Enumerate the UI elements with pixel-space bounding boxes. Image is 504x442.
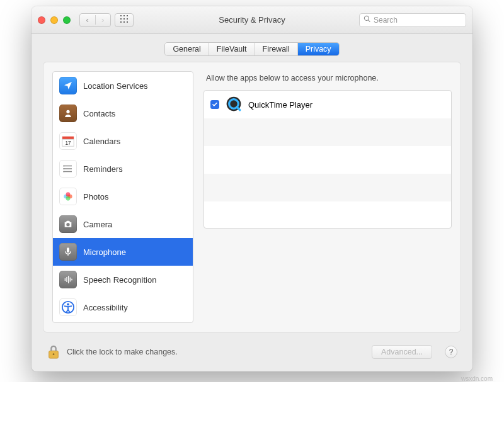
sidebar-item-label: Reminders (83, 164, 123, 174)
svg-point-21 (66, 196, 71, 201)
app-row-empty (204, 174, 451, 201)
svg-point-17 (63, 171, 64, 172)
quicktime-icon (226, 96, 242, 114)
sidebar-item-label: Calendars (83, 137, 120, 146)
close-button[interactable] (38, 16, 45, 24)
svg-rect-25 (68, 276, 69, 283)
footer: Click the lock to make changes. Advanced… (32, 341, 472, 371)
help-button[interactable]: ? (445, 346, 457, 358)
back-button[interactable]: ‹ (80, 15, 95, 25)
svg-rect-0 (120, 15, 122, 16)
svg-rect-6 (120, 21, 122, 23)
svg-rect-3 (120, 18, 122, 20)
tabs-segmented: General FileVault Firewall Privacy (165, 43, 338, 55)
sidebar-item-label: Location Services (83, 81, 148, 91)
window-controls (38, 16, 71, 24)
chevron-left-icon: ‹ (86, 15, 89, 25)
tab-privacy[interactable]: Privacy (298, 43, 339, 55)
watermark: wsxdn.com (461, 375, 493, 382)
preferences-window: ‹ › Security & Privacy Search General Fi… (32, 6, 472, 371)
zoom-button[interactable] (63, 16, 71, 24)
titlebar: ‹ › Security & Privacy Search (32, 6, 472, 34)
privacy-panel: Location Services Contacts 17 Calendars … (43, 62, 461, 332)
app-row-empty (204, 146, 451, 174)
svg-text:17: 17 (65, 140, 71, 146)
microphone-icon (59, 243, 77, 261)
svg-rect-7 (123, 21, 125, 23)
show-all-button[interactable] (115, 13, 134, 27)
sidebar-item-camera[interactable]: Camera (53, 210, 193, 238)
app-name: QuickTime Player (248, 100, 312, 110)
check-icon (212, 101, 218, 108)
search-placeholder: Search (374, 16, 398, 25)
sidebar-item-accessibility[interactable]: Accessibility (53, 293, 193, 321)
svg-rect-26 (70, 278, 71, 282)
svg-point-29 (67, 303, 69, 306)
sidebar-item-calendars[interactable]: 17 Calendars (53, 127, 193, 155)
sidebar-item-location-services[interactable]: Location Services (53, 72, 193, 99)
svg-rect-4 (123, 18, 125, 20)
sidebar-item-microphone[interactable]: Microphone (53, 238, 193, 266)
svg-point-22 (66, 192, 71, 196)
reminders-icon (59, 160, 77, 178)
sidebar-item-label: Accessibility (83, 303, 128, 312)
advanced-button[interactable]: Advanced... (372, 345, 432, 359)
app-row-empty (204, 118, 451, 146)
sidebar-item-label: Speech Recognition (83, 275, 156, 285)
app-row-empty (204, 201, 451, 229)
sidebar-item-label: Contacts (83, 109, 115, 118)
nav-back-forward[interactable]: ‹ › (79, 13, 111, 27)
sidebar-item-reminders[interactable]: Reminders (53, 155, 193, 183)
forward-button[interactable]: › (95, 15, 111, 25)
camera-icon (59, 215, 77, 233)
svg-point-15 (63, 165, 64, 166)
app-list: QuickTime Player (203, 90, 452, 229)
app-checkbox[interactable] (210, 100, 219, 109)
tab-filevault[interactable]: FileVault (209, 43, 255, 55)
sidebar-item-label: Camera (83, 220, 112, 229)
sidebar-item-contacts[interactable]: Contacts (53, 99, 193, 127)
svg-rect-2 (127, 15, 128, 16)
content-header: Allow the apps below to access your micr… (203, 71, 452, 90)
calendar-icon: 17 (59, 132, 77, 150)
search-icon (364, 15, 371, 25)
svg-rect-1 (123, 15, 125, 16)
sidebar-item-label: Photos (83, 192, 108, 201)
sidebar-item-label: Microphone (83, 247, 126, 257)
lock-icon[interactable] (47, 344, 60, 360)
svg-rect-27 (71, 279, 72, 281)
minimize-button[interactable] (50, 16, 58, 24)
lock-message: Click the lock to make changes. (67, 348, 178, 356)
grid-icon (120, 15, 128, 25)
svg-rect-23 (65, 278, 66, 281)
search-input[interactable]: Search (359, 13, 466, 27)
contacts-icon (59, 105, 77, 122)
svg-rect-9 (62, 137, 74, 140)
content-pane: Allow the apps below to access your micr… (203, 71, 452, 323)
tab-bar: General FileVault Firewall Privacy (32, 34, 472, 62)
privacy-sidebar: Location Services Contacts 17 Calendars … (52, 71, 193, 323)
tab-general[interactable]: General (165, 43, 209, 55)
location-icon (59, 77, 77, 94)
accessibility-icon (59, 298, 77, 316)
photos-icon (59, 188, 77, 205)
svg-rect-8 (127, 21, 128, 23)
chevron-right-icon: › (101, 15, 104, 25)
sidebar-item-speech-recognition[interactable]: Speech Recognition (53, 266, 193, 293)
tab-firewall[interactable]: Firewall (255, 43, 298, 55)
svg-rect-5 (127, 18, 128, 20)
svg-point-16 (63, 168, 64, 169)
svg-point-33 (53, 353, 55, 355)
sidebar-item-photos[interactable]: Photos (53, 183, 193, 210)
svg-rect-24 (66, 277, 67, 282)
speech-icon (59, 271, 77, 288)
app-row[interactable]: QuickTime Player (204, 91, 451, 118)
